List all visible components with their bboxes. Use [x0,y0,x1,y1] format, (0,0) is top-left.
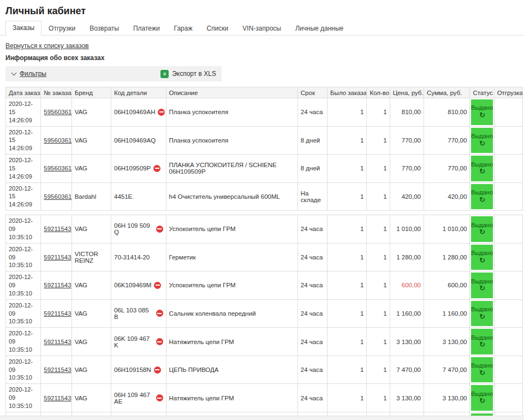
order-number-cell: 59211543 [41,271,72,300]
qty-cell: 1 [367,271,390,300]
part-code: 06H109469AQ [114,137,156,144]
table-row: 2020-12-0910:35:10 59211543 VAG 06L 103 … [6,299,523,328]
toolbar: Фильтры Экспорт в XLS [5,66,222,81]
shipment-cell [494,356,522,384]
filters-toggle[interactable]: Фильтры [12,70,46,78]
status-cell: Выдано ↺ [470,328,494,356]
description-cell: Герметик [166,243,297,271]
order-number-link[interactable]: 59211543 [44,254,71,261]
order-number-link[interactable]: 59560361 [44,109,72,115]
column-header-qty: Кол-во [367,87,390,98]
order-number-cell: 59560361 [41,182,72,211]
term-cell: 24 часа [297,384,327,412]
price-cell: 420,00 [390,182,424,211]
tab-lists[interactable]: Списки [199,21,235,36]
price-cell: 1 010,00 [390,215,424,244]
order-date-cell: 2020-12-1514:26:09 [6,98,41,127]
history-icon: ↺ [479,111,485,120]
brand-cell: VAG [72,356,111,384]
part-code: 06H109469AH [114,109,155,115]
part-code: 06K109469M [114,282,151,288]
status-cell: Выдано ↺ [470,356,494,384]
brand-cell: VAG [72,328,111,356]
price-cell: 3 130,00 [390,384,424,412]
history-icon: ↺ [479,228,485,236]
orders-table: Дата заказа № заказа Бренд Код детали Оп… [5,87,523,420]
price-cell: 770,00 [390,126,424,155]
minus-icon [156,338,163,345]
table-row: 2020-12-1514:26:09 59560361 VAG 06H10946… [6,126,523,155]
part-code-cell: 06H 109 467 AE [111,384,166,412]
order-number-link[interactable]: 59211543 [44,395,71,401]
export-xls-button[interactable]: Экспорт в XLS [160,70,216,78]
term-cell: 24 часа [297,215,327,244]
status-cell: Выдано ↺ [470,126,494,155]
part-code: 4451E. [114,193,134,200]
sum-cell: 1 160,00 [424,299,469,328]
qty-cell: 1 [367,155,390,183]
ordered-cell: 1 [327,98,367,127]
status-cell: Выдано ↺ [470,182,494,211]
status-badge: Выдано ↺ [471,301,492,327]
filters-label: Фильтры [20,70,46,78]
tab-vin-requests[interactable]: VIN-запросы [235,21,288,36]
status-badge: Выдано ↺ [471,99,492,125]
order-number-link[interactable]: 59211543 [44,339,71,345]
qty-cell: 1 [367,299,390,328]
history-icon: ↺ [479,369,485,377]
ordered-cell: 1 [327,271,367,300]
status-badge: Выдано ↺ [471,357,492,383]
minus-icon [156,394,163,401]
brand-cell: VAG [72,215,111,244]
back-to-orders-link[interactable]: Вернуться к списку заказов [5,42,89,50]
orders-table-body: 2020-12-1514:26:09 59560361 VAG 06H10946… [6,98,523,420]
sum-cell: 3 130,00 [424,328,469,356]
price-cell: 1 160,00 [390,299,424,328]
tab-garage[interactable]: Гараж [167,21,200,36]
order-number-link[interactable]: 59211543 [44,282,71,288]
order-number-link[interactable]: 59211543 [44,366,71,373]
order-number-cell: 59211543 [41,299,72,328]
price-cell: 7 470,00 [390,356,424,384]
status-cell: Выдано ↺ [470,384,494,412]
column-header-was-ordered: Было заказано [327,87,367,98]
order-number-link[interactable]: 59560361 [44,137,72,144]
history-icon: ↺ [479,257,485,265]
tab-returns[interactable]: Возвраты [82,21,126,36]
order-number-link[interactable]: 59560361 [44,193,72,200]
description-cell: Натяжитель цепи ГРМ [166,328,297,356]
table-row: 2020-12-0910:35:10 59211543 VAG 06H 109 … [6,215,523,244]
shipment-cell [494,328,522,356]
ordered-cell: 1 [327,356,367,384]
part-code-cell: 06H109469AH [111,98,166,127]
tab-orders[interactable]: Заказы [5,21,41,36]
part-code-cell: 06K109469M [111,271,166,300]
column-header-price: Цена, руб. [390,87,424,98]
ordered-cell: 1 [327,126,367,155]
minus-icon [156,310,163,317]
description-cell: Натяжитель цепи ГРМ [166,384,297,412]
order-number-cell: 59560361 [41,155,72,183]
order-number-link[interactable]: 59560361 [44,165,72,171]
order-number-link[interactable]: 59211543 [44,226,71,232]
sum-cell: 770,00 [424,126,469,155]
history-icon: ↺ [479,341,485,349]
table-row: 2020-12-0910:35:10 59211543 VAG 06H 109 … [6,384,523,412]
tab-personal-data[interactable]: Личные данные [288,21,350,36]
status-cell: Выдано ↺ [470,98,494,127]
qty-cell: 1 [367,356,390,384]
column-header-part-code: Код детали [111,87,166,98]
status-badge: Выдано ↺ [471,273,492,298]
table-row: 2020-12-0910:35:10 59211543 VAG 06H10915… [6,356,523,384]
part-code: 70-31414-20 [114,254,150,261]
price-cell: 810,00 [390,98,424,127]
order-date-cell: 2020-12-1514:26:09 [6,155,41,183]
tab-payments[interactable]: Платежи [126,21,167,36]
sum-cell: 770,00 [424,155,469,183]
order-number-link[interactable]: 59211543 [44,310,71,317]
tab-shipments[interactable]: Отгрузки [41,21,82,36]
order-date-cell: 2020-12-0910:35:10 [6,384,41,412]
sum-cell: 600,00 [424,271,469,300]
part-code: 06H109158N [114,366,151,373]
description-cell: ЦЕПЬ ПРИВОДА [166,356,297,384]
